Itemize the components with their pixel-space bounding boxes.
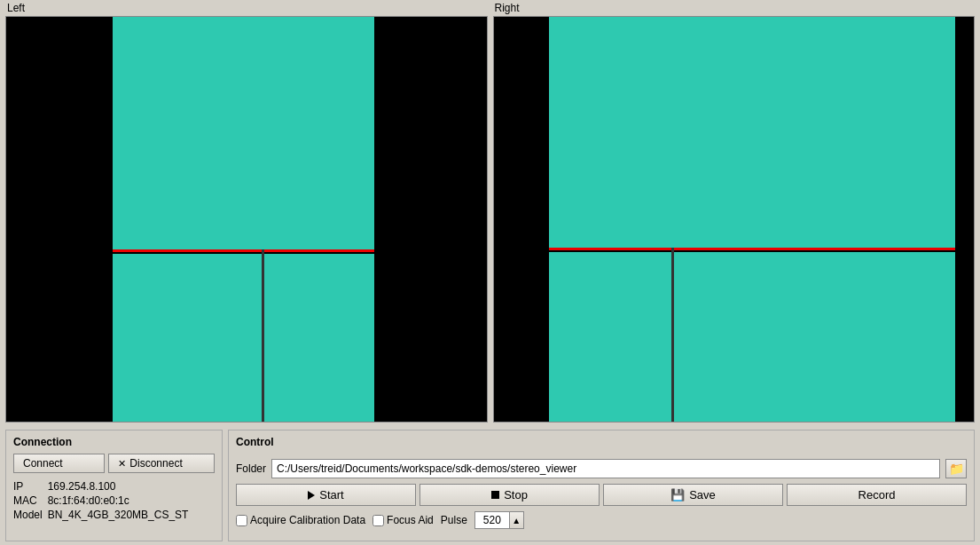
- connection-info: IP 169.254.8.100 MAC 8c:1f:64:d0:e0:1c M…: [13, 480, 215, 521]
- acquire-calibration-checkbox-label[interactable]: Acquire Calibration Data: [236, 514, 365, 526]
- right-black-left: [494, 17, 549, 422]
- action-buttons-row: Start Stop 💾 Save Record: [236, 484, 967, 506]
- right-teal-bottom: [549, 252, 955, 423]
- bottom-area: Connection Connect ✕ Disconnect IP 169.2…: [0, 426, 980, 545]
- save-label: Save: [689, 488, 716, 502]
- right-black-right: [970, 17, 974, 422]
- left-dark-vertical: [262, 249, 264, 423]
- record-label: Record: [858, 488, 896, 502]
- connection-panel: Connection Connect ✕ Disconnect IP 169.2…: [5, 430, 223, 541]
- stop-icon: [491, 491, 499, 499]
- stop-button[interactable]: Stop: [419, 484, 600, 506]
- disconnect-label: Disconnect: [129, 457, 182, 470]
- left-camera-panel: Left: [5, 2, 488, 423]
- folder-icon: 📁: [949, 462, 964, 476]
- stop-label: Stop: [504, 488, 528, 502]
- play-icon: [308, 491, 315, 500]
- folder-input[interactable]: [271, 459, 940, 478]
- left-teal-bottom: [113, 254, 374, 423]
- right-camera-panel: Right: [493, 2, 976, 423]
- cameras-row: Left Right: [0, 0, 980, 426]
- save-icon: 💾: [670, 488, 685, 502]
- pulse-spinner: ▲: [474, 511, 524, 529]
- folder-row: Folder 📁: [236, 459, 967, 478]
- pulse-input[interactable]: [474, 511, 510, 529]
- right-dark-vertical: [671, 248, 674, 423]
- connect-button[interactable]: Connect: [13, 454, 105, 473]
- focus-aid-checkbox-label[interactable]: Focus Aid: [372, 514, 434, 526]
- start-label: Start: [319, 488, 343, 502]
- folder-label: Folder: [236, 462, 266, 475]
- mac-label: MAC: [13, 494, 43, 507]
- disconnect-button[interactable]: ✕ Disconnect: [108, 454, 215, 473]
- connection-buttons: Connect ✕ Disconnect: [13, 454, 215, 473]
- ip-label: IP: [13, 480, 43, 493]
- model-label: Model: [13, 509, 43, 521]
- left-teal-top: [113, 17, 374, 249]
- acquire-calibration-label: Acquire Calibration Data: [250, 514, 365, 526]
- left-camera-label: Left: [5, 2, 488, 14]
- save-button[interactable]: 💾 Save: [603, 484, 783, 506]
- connection-title: Connection: [13, 436, 215, 448]
- left-camera-view: [5, 16, 488, 423]
- focus-aid-checkbox[interactable]: [372, 515, 384, 526]
- right-camera-view: [493, 16, 976, 423]
- ip-value: 169.254.8.100: [48, 480, 215, 493]
- x-icon: ✕: [118, 458, 126, 470]
- bottom-options-row: Acquire Calibration Data Focus Aid Pulse…: [236, 511, 967, 529]
- mac-value: 8c:1f:64:d0:e0:1c: [48, 494, 215, 507]
- acquire-calibration-checkbox[interactable]: [236, 515, 247, 526]
- start-button[interactable]: Start: [236, 484, 416, 506]
- right-teal-top: [549, 17, 955, 248]
- left-black-right: [383, 17, 487, 422]
- model-value: BN_4K_4GB_320MB_CS_ST: [48, 509, 215, 521]
- record-button[interactable]: Record: [787, 484, 967, 506]
- control-panel: Control Folder 📁 Start Stop 💾 Save: [228, 430, 975, 541]
- right-camera-label: Right: [493, 2, 976, 14]
- pulse-spinner-button[interactable]: ▲: [510, 511, 524, 529]
- control-title: Control: [236, 436, 967, 448]
- pulse-label: Pulse: [441, 514, 467, 526]
- focus-aid-label: Focus Aid: [387, 514, 434, 526]
- folder-browse-button[interactable]: 📁: [945, 459, 967, 478]
- left-red-line: [113, 249, 374, 252]
- right-red-line: [549, 248, 955, 250]
